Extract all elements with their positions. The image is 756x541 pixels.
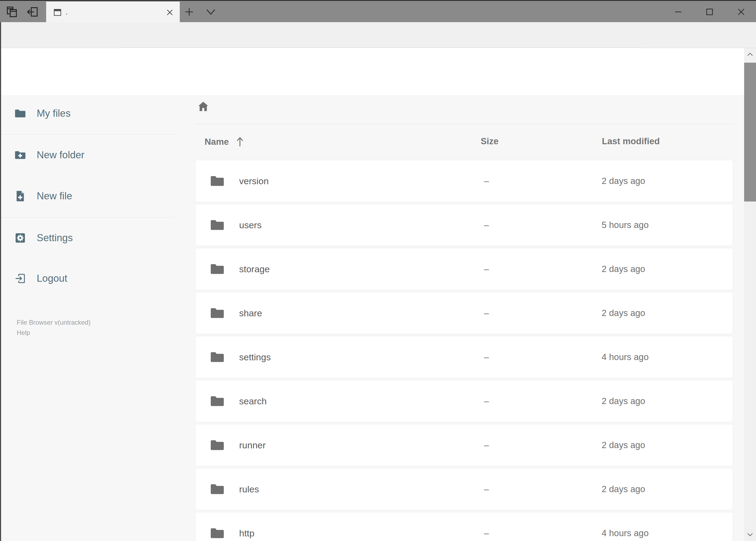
scroll-up-button[interactable] [744,48,756,61]
file-name: storage [239,264,270,274]
table-row[interactable]: version – 2 days ago [195,160,733,202]
file-size: – [484,528,489,538]
file-name: search [239,396,267,406]
app-body: My files New folder New file [0,95,756,541]
file-name: version [239,176,269,186]
file-plus-icon [14,190,29,202]
folder-plus-icon [14,149,29,161]
folder-icon [209,305,225,321]
column-header-size[interactable]: Size [481,136,499,146]
app-version-text: File Browser v(untracked) [17,319,91,326]
file-modified: 2 days ago [602,396,645,406]
titlebar: . [0,0,756,22]
sidebar-divider [0,217,174,218]
breadcrumb-home-button[interactable] [197,101,209,113]
browser-tab[interactable]: . [46,2,180,23]
file-modified: 2 days ago [602,484,645,494]
new-tab-button[interactable] [182,5,196,19]
folder-icon [209,393,225,409]
table-row[interactable]: search – 2 days ago [195,380,733,422]
plus-icon [184,7,194,17]
chevron-down-icon [747,533,753,537]
table-row[interactable]: share – 2 days ago [195,292,733,334]
column-label: Name [205,137,229,147]
sidebar-item-my-files[interactable]: My files [12,102,163,125]
tab-close-icon[interactable] [166,8,174,16]
folder-icon [209,173,225,189]
folder-icon [209,217,225,233]
file-modified: 2 days ago [602,264,645,274]
set-tabs-aside-icon [26,6,39,18]
column-header-modified[interactable]: Last modified [602,136,660,146]
file-name: settings [239,352,271,362]
file-modified: 4 hours ago [602,352,648,362]
file-modified: 2 days ago [602,176,645,186]
chevron-down-icon [206,8,216,15]
scroll-down-button[interactable] [744,529,756,541]
minimize-button[interactable] [666,1,691,23]
chevron-up-icon [747,52,753,56]
page-scrollbar[interactable] [744,48,756,541]
file-name: runner [239,440,266,450]
sidebar-item-logout[interactable]: Logout [12,267,163,290]
file-modified: 4 hours ago [602,528,648,538]
column-label: Size [481,136,499,146]
maximize-icon [705,8,714,16]
tab-preview-icon [6,6,18,18]
file-size: – [484,352,489,362]
column-label: Last modified [602,136,660,146]
scrollbar-thumb[interactable] [744,63,756,202]
file-modified: 2 days ago [602,440,645,450]
folder-icon [209,349,225,365]
gear-icon [14,232,29,244]
close-window-button[interactable] [729,1,754,23]
browser-navbar: filebrowser.web/files/ [0,22,756,48]
file-modified: 2 days ago [602,308,645,318]
logout-icon [14,272,29,285]
file-size: – [484,308,489,318]
table-row[interactable]: runner – 2 days ago [195,424,733,466]
table-row[interactable]: http – 4 hours ago [195,512,733,541]
file-size: – [484,264,489,274]
set-tabs-aside-button[interactable] [26,5,39,19]
breadcrumb-divider [195,124,734,124]
table-row[interactable]: rules – 2 days ago [195,468,733,510]
sort-ascending-icon [235,136,245,148]
folder-icon [209,525,225,541]
file-size: – [484,220,489,230]
table-row[interactable]: storage – 2 days ago [195,248,733,290]
sidebar-item-label: New folder [37,149,85,161]
folder-icon [14,107,29,120]
folder-icon [209,261,225,277]
sidebar-item-label: Settings [37,232,73,244]
help-link[interactable]: Help [17,329,30,336]
sidebar-item-label: New file [37,191,72,202]
column-header-name[interactable]: Name [205,136,245,148]
file-name: rules [239,484,259,495]
file-name: users [239,220,262,231]
close-icon [737,8,745,16]
page-icon [53,8,62,17]
sidebar-item-settings[interactable]: Settings [12,227,163,249]
file-name: http [239,528,255,539]
maximize-button[interactable] [697,1,722,23]
app-header [0,48,756,95]
tab-preview-toggle[interactable] [204,5,217,19]
file-modified: 5 hours ago [602,220,648,230]
sidebar-item-new-file[interactable]: New file [12,185,163,208]
tab-preview-button[interactable] [5,5,19,19]
tab-title: . [66,8,68,16]
file-size: – [484,484,489,494]
sidebar-item-new-folder[interactable]: New folder [12,144,163,166]
file-size: – [484,440,489,450]
minimize-icon [674,8,682,16]
sidebar-item-label: My files [37,108,71,119]
sidebar-item-label: Logout [37,273,67,284]
table-row[interactable]: users – 5 hours ago [195,204,733,246]
file-name: share [239,308,262,318]
sidebar-divider [0,134,174,135]
window-left-border [0,22,1,541]
file-size: – [484,176,489,186]
file-size: – [484,396,489,406]
table-row[interactable]: settings – 4 hours ago [195,336,733,378]
